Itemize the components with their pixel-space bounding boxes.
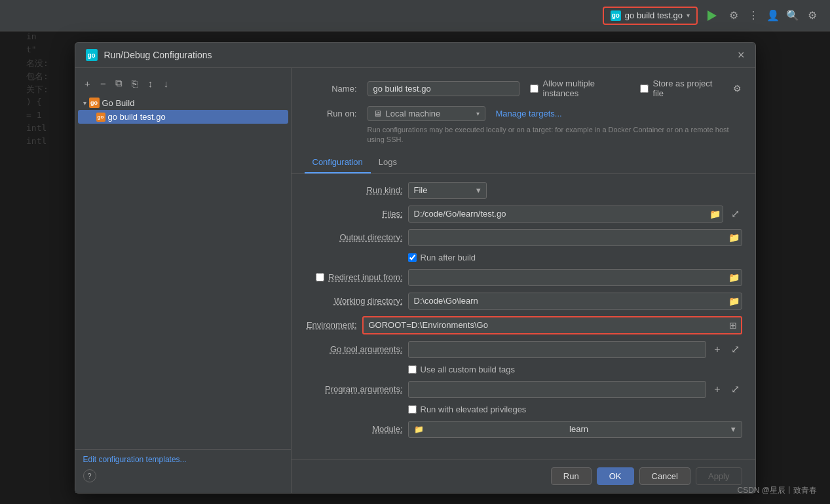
ide-settings-icon[interactable]: ⚙ xyxy=(805,9,820,23)
redirect-checkbox[interactable] xyxy=(316,273,324,281)
save-config-button[interactable]: ⎘ xyxy=(128,76,142,90)
redirect-input-wrap: 📁 xyxy=(408,269,742,286)
run-kind-select[interactable]: File ▾ xyxy=(408,182,487,199)
sort-config-button[interactable]: ↓ xyxy=(159,76,174,90)
module-label: Module: xyxy=(305,424,403,434)
dialog-footer: Run OK Cancel Apply xyxy=(292,459,755,493)
files-expand-btn[interactable]: ⤢ xyxy=(728,206,742,221)
go-tool-args-wrap xyxy=(408,341,707,358)
program-args-expand-btn[interactable]: ⤢ xyxy=(728,382,742,397)
go-build-label: Go Build xyxy=(102,98,135,108)
add-config-button[interactable]: + xyxy=(81,76,95,90)
redirect-label: Redirect input from: xyxy=(328,272,402,282)
run-elevated-label: Run with elevated privileges xyxy=(421,405,527,414)
tab-logs[interactable]: Logs xyxy=(371,152,405,173)
go-file-icon: go xyxy=(96,113,105,122)
run-kind-label: Run kind: xyxy=(305,185,403,195)
cancel-button[interactable]: Cancel xyxy=(639,467,690,485)
left-bottom: Edit configuration templates... ? xyxy=(75,449,291,488)
account-icon[interactable]: 👤 xyxy=(766,9,780,23)
run-config-name: go build test.go xyxy=(625,10,683,20)
copy-config-button[interactable]: ⧉ xyxy=(112,76,126,90)
config-tree: ▾ go Go Build go go build test.go xyxy=(75,96,291,124)
module-folder-icon: 📁 xyxy=(414,425,424,434)
working-dir-row: Working directory: 📁 xyxy=(305,293,742,310)
config-header: Name: Allow multiple instances Store as … xyxy=(292,68,755,152)
help-icon[interactable]: ? xyxy=(83,469,96,482)
close-button[interactable]: × xyxy=(738,49,745,61)
module-row: Module: 📁 learn ▾ xyxy=(305,421,742,438)
allow-multiple-group: Allow multiple instances xyxy=(530,79,630,98)
environment-label: Environment: xyxy=(305,320,357,330)
store-project-label: Store as project file xyxy=(652,79,723,98)
name-label: Name: xyxy=(305,84,357,94)
tab-configuration[interactable]: Configuration xyxy=(305,152,371,173)
program-args-label: Program arguments: xyxy=(305,384,403,394)
run-elevated-checkbox[interactable] xyxy=(408,405,417,414)
project-settings-icon[interactable]: ⚙ xyxy=(733,83,742,94)
allow-multiple-checkbox[interactable] xyxy=(530,84,538,93)
working-dir-label: Working directory: xyxy=(305,296,403,306)
go-tool-args-input[interactable] xyxy=(408,341,707,358)
redirect-input[interactable] xyxy=(408,269,742,286)
run-after-build-checkbox[interactable] xyxy=(408,253,417,262)
right-panel: Name: Allow multiple instances Store as … xyxy=(292,68,755,493)
output-dir-input[interactable] xyxy=(408,229,742,246)
share-config-button[interactable]: ↕ xyxy=(143,76,158,90)
search-icon[interactable]: 🔍 xyxy=(785,9,800,23)
run-on-label: Run on: xyxy=(305,109,357,118)
go-build-test-label: go build test.go xyxy=(108,112,166,122)
ok-button[interactable]: OK xyxy=(597,467,634,485)
select-chevron-icon: ▾ xyxy=(476,110,480,117)
working-dir-folder-btn[interactable]: 📁 xyxy=(728,296,740,306)
apply-button[interactable]: Apply xyxy=(696,467,742,485)
local-machine-icon: 🖥 xyxy=(373,109,382,118)
settings-icon[interactable]: ⚙ xyxy=(726,9,741,23)
topbar: go go build test.go ▾ ⚙ ⋮ 👤 🔍 ⚙ xyxy=(0,0,830,31)
local-machine-select[interactable]: 🖥 Local machine ▾ xyxy=(368,106,485,121)
run-config-selector[interactable]: go go build test.go ▾ xyxy=(603,7,698,25)
program-args-row: Program arguments: + ⤢ xyxy=(305,381,742,398)
remove-config-button[interactable]: − xyxy=(96,76,111,90)
go-build-test-item[interactable]: go go build test.go xyxy=(78,110,288,124)
files-input[interactable] xyxy=(408,206,723,223)
files-row: Files: 📁 ⤢ xyxy=(305,206,742,223)
manage-targets-link[interactable]: Manage targets... xyxy=(496,109,562,118)
go-build-icon: go xyxy=(89,98,100,108)
chevron-down-icon: ▾ xyxy=(687,12,690,19)
redirect-input-row: Redirect input from: 📁 xyxy=(305,269,742,286)
environment-input[interactable] xyxy=(369,320,729,330)
run-on-row: Run on: 🖥 Local machine ▾ Manage targets… xyxy=(305,106,742,121)
go-tool-args-add-btn[interactable]: + xyxy=(711,342,723,357)
output-dir-folder-btn[interactable]: 📁 xyxy=(728,232,740,243)
run-elevated-row: Run with elevated privileges xyxy=(408,405,742,414)
run-on-description: Run configurations may be executed local… xyxy=(368,125,742,145)
store-project-checkbox[interactable] xyxy=(640,84,649,93)
go-tool-args-expand-btn[interactable]: ⤢ xyxy=(728,342,742,357)
use-custom-build-checkbox[interactable] xyxy=(408,365,417,374)
dialog-title-text: Run/Debug Configurations xyxy=(104,50,212,60)
working-dir-input[interactable] xyxy=(408,293,742,310)
module-select[interactable]: 📁 learn ▾ xyxy=(408,421,742,438)
go-tool-args-label: Go tool arguments: xyxy=(305,344,403,354)
redirect-folder-btn[interactable]: 📁 xyxy=(728,272,740,283)
environment-expand-btn[interactable]: ⊞ xyxy=(729,320,737,331)
run-after-build-row: Run after build xyxy=(408,253,742,262)
run-button[interactable]: Run xyxy=(551,467,592,485)
edit-templates-link[interactable]: Edit configuration templates... xyxy=(83,455,283,464)
name-input[interactable] xyxy=(368,81,520,96)
run-kind-value: File xyxy=(414,185,428,195)
go-tool-args-row: Go tool arguments: + ⤢ xyxy=(305,341,742,358)
program-args-input[interactable] xyxy=(408,381,707,398)
run-kind-chevron-icon: ▾ xyxy=(476,185,481,195)
environment-row: Environment: ⊞ xyxy=(305,316,742,334)
run-button[interactable] xyxy=(703,7,721,25)
left-toolbar: + − ⧉ ⎘ ↕ ↓ xyxy=(75,73,291,96)
left-panel: + − ⧉ ⎘ ↕ ↓ ▾ go Go Build go go build t xyxy=(75,68,292,493)
program-args-add-btn[interactable]: + xyxy=(711,382,723,397)
files-folder-btn[interactable]: 📁 xyxy=(709,209,721,219)
more-icon[interactable]: ⋮ xyxy=(746,9,761,23)
run-after-build-label: Run after build xyxy=(421,253,476,262)
name-row: Name: Allow multiple instances Store as … xyxy=(305,79,742,98)
go-build-group[interactable]: ▾ go Go Build xyxy=(78,96,288,110)
